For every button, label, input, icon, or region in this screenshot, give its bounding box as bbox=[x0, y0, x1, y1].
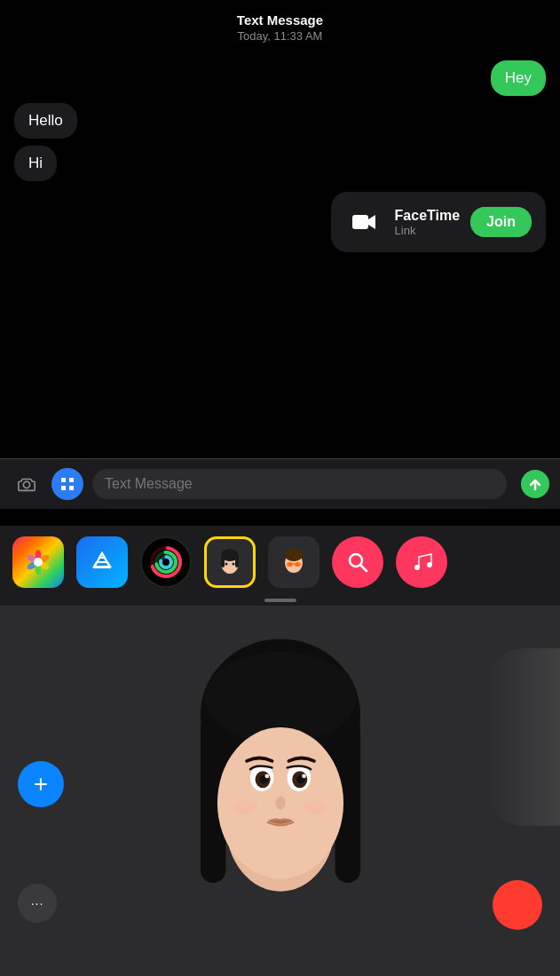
svg-rect-20 bbox=[221, 555, 225, 567]
input-bar bbox=[0, 458, 560, 509]
right-edge-figure bbox=[489, 648, 560, 826]
facetime-info: FaceTime Link bbox=[395, 208, 461, 237]
svg-point-48 bbox=[302, 774, 306, 778]
received-message-hi: Hi bbox=[14, 146, 57, 181]
apps-button[interactable] bbox=[51, 468, 83, 500]
header-subtitle: Today, 11:33 AM bbox=[0, 29, 560, 43]
app-drawer: ♥ ♥ bbox=[0, 526, 560, 606]
svg-point-33 bbox=[414, 565, 420, 570]
facetime-link-bubble: FaceTime Link Join bbox=[331, 192, 546, 252]
svg-point-50 bbox=[233, 800, 257, 813]
svg-point-1 bbox=[23, 481, 29, 488]
camera-button[interactable] bbox=[11, 468, 43, 500]
facetime-name: FaceTime bbox=[395, 208, 461, 224]
svg-point-49 bbox=[275, 796, 285, 809]
text-message-input[interactable] bbox=[105, 476, 494, 492]
svg-rect-28 bbox=[287, 562, 293, 567]
send-button[interactable] bbox=[521, 470, 549, 498]
sent-message-hey: Hey bbox=[491, 60, 546, 96]
svg-point-34 bbox=[427, 562, 432, 567]
app-icon-search[interactable] bbox=[332, 536, 383, 588]
svg-point-51 bbox=[303, 800, 327, 813]
facetime-join-button[interactable]: Join bbox=[470, 207, 532, 237]
svg-point-23 bbox=[233, 563, 235, 566]
drag-indicator bbox=[264, 599, 296, 602]
svg-line-10 bbox=[94, 553, 102, 567]
header-title: Text Message bbox=[0, 12, 560, 28]
app-icon-music[interactable] bbox=[396, 536, 447, 588]
memoji-character bbox=[138, 631, 422, 950]
svg-line-11 bbox=[102, 553, 110, 567]
svg-point-22 bbox=[225, 563, 228, 566]
app-icon-activity[interactable] bbox=[140, 536, 192, 588]
more-options-button[interactable]: ··· bbox=[18, 884, 57, 923]
record-button[interactable] bbox=[493, 880, 542, 930]
svg-rect-0 bbox=[352, 215, 368, 229]
svg-point-9 bbox=[34, 558, 43, 567]
app-icon-memoji-camera[interactable] bbox=[204, 536, 256, 588]
app-icon-photos[interactable] bbox=[12, 536, 64, 588]
app-icon-appstore[interactable] bbox=[76, 536, 128, 588]
svg-line-32 bbox=[360, 565, 367, 571]
app-icon-animoji[interactable]: ♥ ♥ bbox=[268, 536, 319, 588]
app-icons-row: ♥ ♥ bbox=[0, 526, 560, 599]
message-header: Text Message Today, 11:33 AM bbox=[0, 0, 560, 52]
messages-area: Hey Hello Hi FaceTime Link Join bbox=[0, 52, 560, 261]
memoji-panel bbox=[0, 604, 560, 976]
svg-point-25 bbox=[285, 549, 303, 561]
svg-rect-21 bbox=[235, 555, 239, 567]
add-content-button[interactable]: + bbox=[18, 761, 64, 807]
svg-rect-29 bbox=[295, 562, 301, 567]
text-input-wrap[interactable] bbox=[92, 469, 507, 499]
facetime-video-icon bbox=[345, 202, 384, 242]
received-message-hello: Hello bbox=[14, 103, 77, 139]
facetime-sub: Link bbox=[395, 224, 461, 237]
svg-point-47 bbox=[264, 774, 269, 778]
